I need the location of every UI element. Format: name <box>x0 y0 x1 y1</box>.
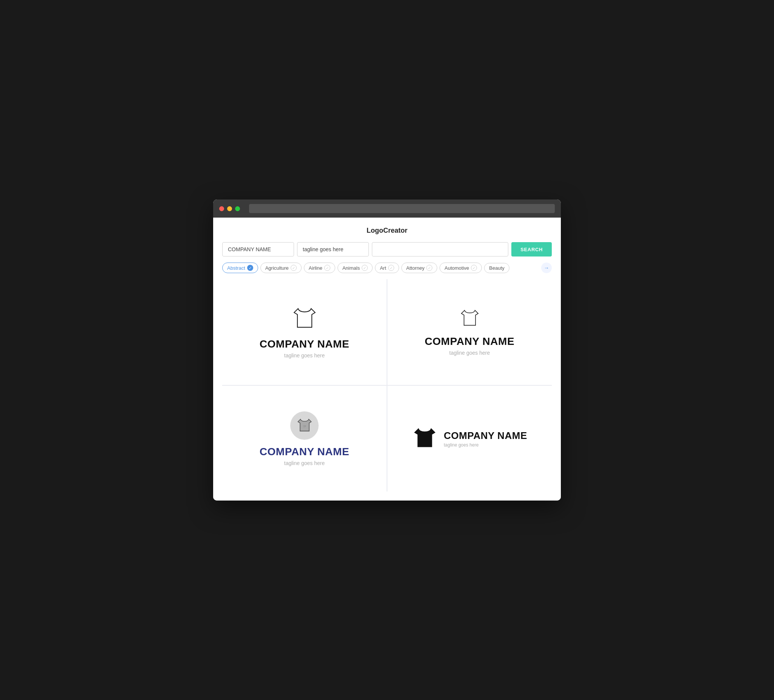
tshirt-filled-icon <box>412 426 438 451</box>
check-icon-art: ✓ <box>388 265 394 271</box>
app-container: LogoCreator SEARCH Abstract ✓ Agricultur… <box>213 218 561 500</box>
minimize-button[interactable] <box>227 206 232 211</box>
check-icon-automotive: ✓ <box>471 265 477 271</box>
check-icon-airline: ✓ <box>324 265 330 271</box>
company-name-1: COMPANY NAME <box>260 338 349 350</box>
titlebar <box>213 200 561 218</box>
filter-chip-art[interactable]: Art ✓ <box>375 262 399 273</box>
logo-card-3[interactable]: ☞ COMPANY NAME tagline goes here <box>222 386 387 492</box>
close-button[interactable] <box>219 206 224 211</box>
filter-chip-automotive[interactable]: Automotive ✓ <box>440 262 482 273</box>
logo-card-4[interactable]: COMPANY NAME tagline goes here <box>387 386 552 492</box>
filter-label-attorney: Attorney <box>406 265 424 271</box>
maximize-button[interactable] <box>235 206 240 211</box>
filter-label-agriculture: Agriculture <box>265 265 289 271</box>
filter-label-airline: Airline <box>309 265 322 271</box>
check-icon-animals: ✓ <box>362 265 368 271</box>
company-name-4: COMPANY NAME <box>444 430 527 442</box>
filter-chip-abstract[interactable]: Abstract ✓ <box>222 262 258 273</box>
category-filters: Abstract ✓ Agriculture ✓ Airline ✓ Anima… <box>222 262 552 273</box>
tagline-1: tagline goes here <box>284 352 325 358</box>
app-title: LogoCreator <box>222 227 552 234</box>
extra-input[interactable] <box>372 242 508 256</box>
tshirt-icon-1 <box>291 306 318 332</box>
check-icon-attorney: ✓ <box>426 265 432 271</box>
filter-chip-attorney[interactable]: Attorney ✓ <box>401 262 437 273</box>
filter-chip-beauty[interactable]: Beauty <box>484 263 509 273</box>
tshirt-circle-icon: ☞ <box>290 411 319 440</box>
tagline-2: tagline goes here <box>449 350 490 356</box>
filter-label-automotive: Automotive <box>445 265 469 271</box>
tshirt-icon-2 <box>459 308 480 329</box>
filter-label-beauty: Beauty <box>489 265 504 271</box>
search-button[interactable]: SEARCH <box>511 242 552 256</box>
browser-window: LogoCreator SEARCH Abstract ✓ Agricultur… <box>213 200 561 500</box>
company-name-2: COMPANY NAME <box>425 335 514 348</box>
logo-card-1[interactable]: COMPANY NAME tagline goes here <box>222 279 387 385</box>
filter-label-animals: Animals <box>342 265 360 271</box>
check-icon-agriculture: ✓ <box>291 265 297 271</box>
filter-label-art: Art <box>380 265 386 271</box>
search-bar: SEARCH <box>222 242 552 256</box>
check-icon-abstract: ✓ <box>247 265 253 271</box>
filter-chip-airline[interactable]: Airline ✓ <box>304 262 335 273</box>
address-bar[interactable] <box>249 204 555 213</box>
filter-chip-animals[interactable]: Animals ✓ <box>337 262 373 273</box>
logo-card-2[interactable]: COMPANY NAME tagline goes here <box>387 279 552 385</box>
tagline-input[interactable] <box>297 242 369 256</box>
filter-label-abstract: Abstract <box>227 265 245 271</box>
filter-chip-agriculture[interactable]: Agriculture ✓ <box>260 262 302 273</box>
inline-text-group: COMPANY NAME tagline goes here <box>444 430 527 447</box>
company-name-3: COMPANY NAME <box>260 446 349 458</box>
logo-grid: COMPANY NAME tagline goes here COMPANY N… <box>222 279 552 492</box>
tagline-3: tagline goes here <box>284 460 325 466</box>
svg-text:☞: ☞ <box>303 424 306 428</box>
tagline-4: tagline goes here <box>444 442 527 447</box>
filters-next-button[interactable]: → <box>541 262 552 273</box>
company-name-input[interactable] <box>222 242 294 256</box>
